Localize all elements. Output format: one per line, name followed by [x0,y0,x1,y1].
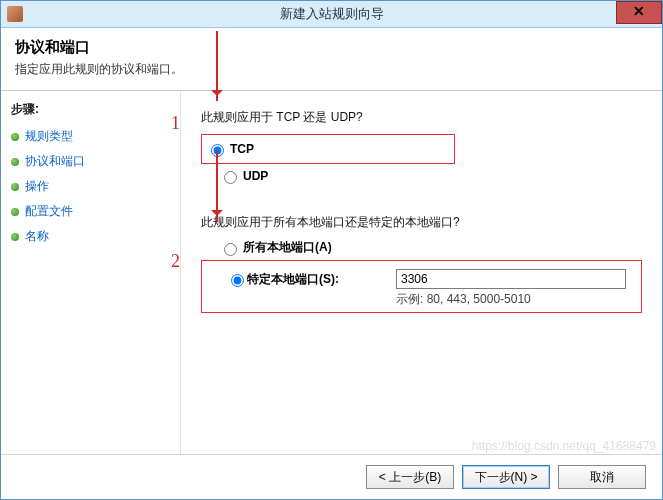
title-bar: 新建入站规则向导 ✕ [1,1,662,28]
radio-tcp[interactable] [211,144,224,157]
step-label: 规则类型 [25,128,73,145]
bullet-icon [11,208,19,216]
wizard-window: 新建入站规则向导 ✕ 协议和端口 指定应用此规则的协议和端口。 步骤: 规则类型… [0,0,663,500]
bullet-icon [11,133,19,141]
radio-udp-row[interactable]: UDP [219,168,642,184]
page-title: 协议和端口 [15,38,648,57]
cancel-button[interactable]: 取消 [558,465,646,489]
radio-udp-label: UDP [243,169,268,183]
step-label: 配置文件 [25,203,73,220]
app-icon [7,6,23,22]
close-button[interactable]: ✕ [616,1,662,24]
radio-all-ports-label: 所有本地端口(A) [243,239,332,256]
step-label: 协议和端口 [25,153,85,170]
port-question: 此规则应用于所有本地端口还是特定的本地端口? [201,214,642,231]
step-label: 操作 [25,178,49,195]
radio-specific-ports[interactable] [231,274,244,287]
wizard-header: 协议和端口 指定应用此规则的协议和端口。 [1,28,662,84]
step-action[interactable]: 操作 [11,178,176,195]
wizard-body: 步骤: 规则类型 协议和端口 操作 配置文件 名称 [1,91,662,461]
page-subtitle: 指定应用此规则的协议和端口。 [15,61,648,78]
radio-specific-ports-label: 特定本地端口(S): [247,271,339,288]
bullet-icon [11,158,19,166]
port-input[interactable] [396,269,626,289]
bullet-icon [11,233,19,241]
steps-heading: 步骤: [11,101,176,118]
steps-sidebar: 步骤: 规则类型 协议和端口 操作 配置文件 名称 [1,91,181,461]
radio-tcp-row[interactable]: TCP [206,141,254,157]
wizard-content: 1 此规则应用于 TCP 还是 UDP? TCP UDP 此规则应用于所有本地端… [181,91,662,461]
step-name[interactable]: 名称 [11,228,176,245]
radio-all-ports[interactable] [224,243,237,256]
step-label: 名称 [25,228,49,245]
protocol-question: 此规则应用于 TCP 还是 UDP? [201,109,642,126]
step-rule-type[interactable]: 规则类型 [11,128,176,145]
annotation-box-2: 特定本地端口(S): 示例: 80, 443, 5000-5010 [201,260,642,313]
window-title: 新建入站规则向导 [1,5,662,23]
step-protocol-port[interactable]: 协议和端口 [11,153,176,170]
annotation-number-1: 1 [171,113,180,134]
wizard-footer: < 上一步(B) 下一步(N) > 取消 [1,454,662,499]
radio-tcp-label: TCP [230,142,254,156]
step-profile[interactable]: 配置文件 [11,203,176,220]
radio-all-ports-row[interactable]: 所有本地端口(A) [219,239,642,256]
next-button[interactable]: 下一步(N) > [462,465,550,489]
annotation-number-2: 2 [171,251,180,272]
port-example: 示例: 80, 443, 5000-5010 [396,291,635,308]
radio-specific-ports-row[interactable]: 特定本地端口(S): [226,269,635,289]
back-button[interactable]: < 上一步(B) [366,465,454,489]
bullet-icon [11,183,19,191]
radio-udp[interactable] [224,171,237,184]
annotation-box-1: TCP [201,134,455,164]
